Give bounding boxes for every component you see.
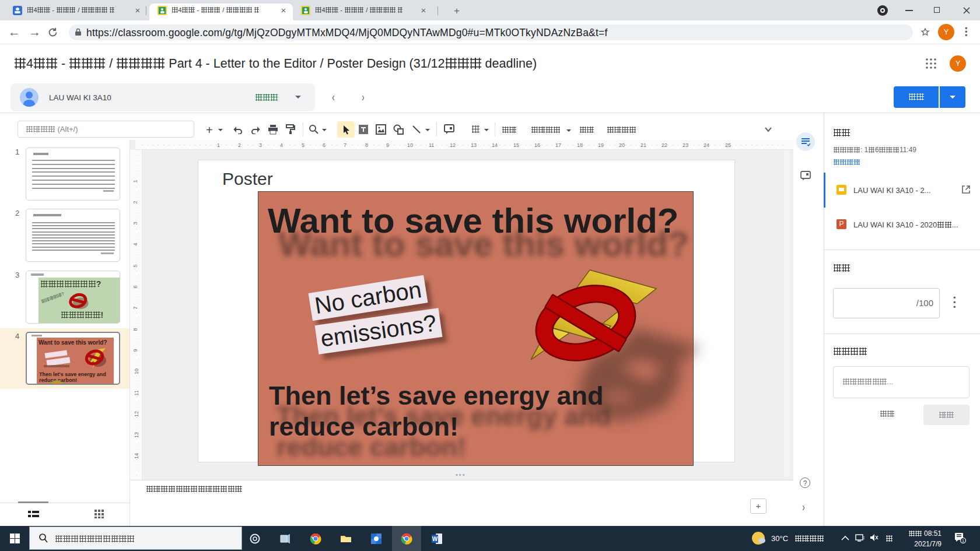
svg-text:1: 1 (962, 539, 964, 543)
svg-text:W: W (432, 536, 438, 542)
